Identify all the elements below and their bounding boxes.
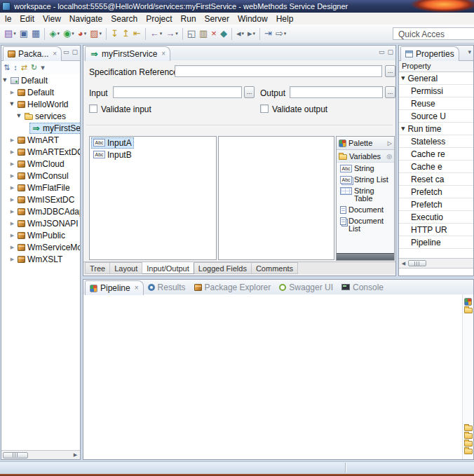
collapse-all-icon[interactable]: ⇅ [4, 61, 10, 74]
minimize-button[interactable] [63, 48, 69, 55]
property-prefetch[interactable]: Prefetch [399, 198, 473, 211]
input-field[interactable] [113, 86, 242, 98]
tree-item-wmconsul[interactable]: WmConsul [1, 170, 80, 182]
tree-item-helloworld[interactable]: HelloWorld [1, 98, 80, 110]
palette-item-string-list[interactable]: String List [337, 174, 394, 185]
menu-help[interactable]: Help [272, 14, 298, 24]
editor-tab-comments[interactable]: Comments [252, 262, 298, 274]
tree-item-wmjdbcadap[interactable]: WmJDBCAdap [1, 205, 80, 217]
expander-icon[interactable] [9, 229, 15, 241]
tree-item-wmservicemo[interactable]: WmServiceMo [1, 241, 80, 253]
scrollbar-thumb[interactable] [408, 260, 426, 266]
tab-swagger-ui[interactable]: Swagger UI [275, 280, 337, 294]
back-icon[interactable]: ← [149, 26, 164, 41]
scroll-right-icon[interactable] [71, 452, 80, 458]
expander-icon[interactable] [9, 217, 15, 229]
property-executio[interactable]: Executio [399, 211, 473, 224]
menu-run[interactable]: Run [177, 14, 201, 24]
tree-item-default[interactable]: Default [1, 74, 80, 86]
tree-item-wmartextdc[interactable]: WmARTExtDC [1, 146, 80, 158]
paste-icon[interactable]: ▥ [198, 26, 209, 41]
horizontal-scrollbar[interactable] [1, 450, 80, 459]
pipeline-canvas[interactable] [83, 294, 463, 459]
expander-icon[interactable] [9, 193, 15, 205]
step-into-icon[interactable]: ↧ [109, 26, 120, 41]
palette-item-document-list[interactable]: Document List [337, 215, 394, 234]
expander-icon[interactable] [9, 205, 15, 217]
property-http-ur[interactable]: HTTP UR [399, 224, 473, 236]
expander-icon[interactable] [9, 253, 15, 265]
copy-icon[interactable]: ◱ [186, 26, 197, 41]
editor-tab-logged-fields[interactable]: Logged Fields [194, 262, 252, 274]
debug-icon[interactable]: ◈ [48, 26, 61, 41]
menu-edit[interactable]: Edit [15, 14, 39, 24]
tree-item-services[interactable]: services [1, 110, 80, 122]
tab-package-explorer[interactable]: Package Explorer [190, 280, 276, 294]
palette-item-document[interactable]: Document [337, 204, 394, 215]
expander-icon[interactable] [9, 158, 15, 170]
expander-icon[interactable] [13, 113, 25, 119]
palette-collapsed-drawer[interactable] [337, 253, 394, 260]
properties-horizontal-scrollbar[interactable] [399, 258, 473, 268]
run-icon[interactable]: ◉ [62, 26, 76, 41]
property-prefetch[interactable]: Prefetch [399, 186, 473, 198]
expander-icon[interactable] [400, 127, 406, 130]
property-pipeline[interactable]: Pipeline [399, 236, 473, 249]
property-stateless[interactable]: Stateless [399, 135, 473, 148]
menu-view[interactable]: View [39, 14, 65, 24]
menu-search[interactable]: Search [107, 14, 142, 24]
save-icon[interactable]: ▣ [18, 26, 29, 41]
profile-icon[interactable]: ◕ [76, 26, 88, 41]
scrollbar-thumb[interactable] [3, 452, 28, 458]
property-reuse[interactable]: Reuse [399, 97, 473, 110]
editor-tab-tree[interactable]: Tree [85, 262, 110, 274]
tree-item-wmflatfile[interactable]: WmFlatFile [1, 182, 80, 193]
property-reset-ca[interactable]: Reset ca [399, 173, 473, 186]
forward-icon[interactable]: → [164, 26, 180, 41]
link-with-editor-icon[interactable]: ⇄ [21, 61, 27, 74]
expander-icon[interactable] [9, 182, 15, 193]
collapse-palette-icon[interactable] [388, 140, 392, 147]
tree-item-wmcloud[interactable]: WmCloud [1, 158, 80, 170]
view-menu-icon[interactable]: ▾ [41, 61, 45, 74]
property-source-u[interactable]: Source U [399, 110, 473, 123]
palette-header[interactable]: Palette [337, 137, 394, 150]
output-field[interactable] [290, 86, 383, 98]
tab-package-navigator[interactable]: Packa... [3, 46, 62, 61]
tree-item-wmpublic[interactable]: WmPublic [1, 229, 80, 241]
expander-icon[interactable] [1, 77, 11, 83]
variable-inputa[interactable]: InputA [90, 137, 216, 149]
next-annotation-icon[interactable]: ▸ [246, 26, 257, 41]
prev-annotation-icon[interactable]: ◂ [235, 26, 245, 41]
new-wizard-icon[interactable]: ▤ [3, 26, 18, 41]
palette-section-variables[interactable]: Variables [337, 150, 394, 163]
validate-output-checkbox[interactable] [260, 104, 269, 113]
tree-item-wmart[interactable]: WmART [1, 134, 80, 146]
tab-properties[interactable]: Properties [400, 46, 459, 61]
maximize-button[interactable] [72, 48, 78, 55]
save-all-icon[interactable]: ▦ [30, 26, 41, 41]
tree-item-wmjsonapi[interactable]: WmJSONAPI [1, 217, 80, 229]
tree-item-myfirstse[interactable]: myFirstSe [1, 122, 80, 134]
validate-input-checkbox[interactable] [89, 104, 97, 113]
view-menu-icon[interactable] [468, 48, 471, 55]
expander-icon[interactable] [6, 101, 18, 107]
pin-icon[interactable]: ◆ [219, 26, 229, 41]
menu-le[interactable]: le [1, 14, 15, 24]
property-run-time[interactable]: Run time [399, 123, 473, 135]
delete-icon[interactable]: × [210, 26, 218, 41]
window-controls[interactable] [407, 0, 474, 13]
menu-project[interactable]: Project [142, 14, 176, 24]
maximize-button[interactable] [387, 48, 393, 55]
last-edit-location-icon[interactable]: ⇥ [263, 26, 273, 41]
menu-window[interactable]: Window [233, 14, 272, 24]
expander-icon[interactable] [9, 241, 15, 253]
scroll-left-icon[interactable] [399, 261, 408, 266]
expander-icon[interactable] [9, 134, 15, 146]
tab-console[interactable]: Console [337, 280, 388, 294]
close-icon[interactable] [135, 285, 139, 292]
quick-access-box[interactable]: Quick Acces [393, 27, 474, 40]
close-icon[interactable] [161, 50, 165, 57]
property-cache-re[interactable]: Cache re [399, 148, 473, 161]
close-icon[interactable] [53, 50, 57, 57]
